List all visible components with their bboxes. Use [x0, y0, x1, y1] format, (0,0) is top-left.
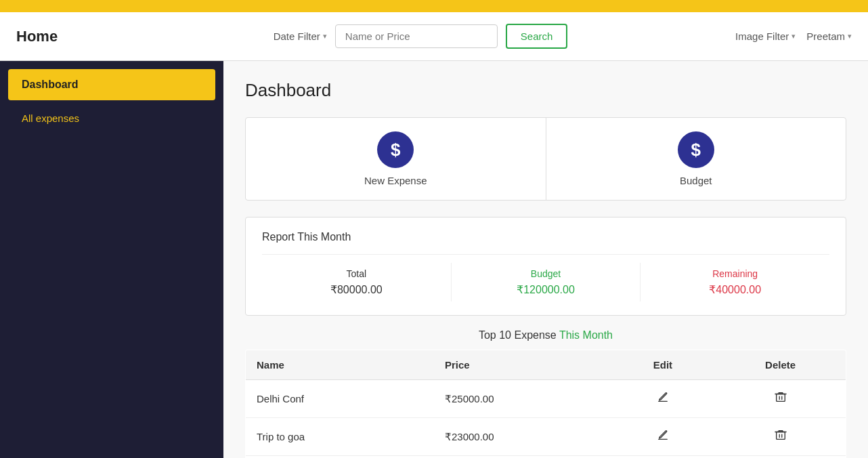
cell-name: Delhi Conf: [246, 380, 434, 418]
action-cards: $ New Expense $ Budget: [245, 117, 846, 201]
table-row: Trip to goa₹23000.00: [246, 418, 846, 456]
search-button[interactable]: Search: [506, 24, 568, 49]
report-title: Report This Month: [262, 231, 829, 243]
delete-button[interactable]: [771, 428, 791, 446]
cell-name: Refrigerator: [246, 456, 434, 459]
cell-price: ₹22000.00: [434, 456, 611, 459]
new-expense-icon: $: [377, 131, 414, 168]
budget-icon: $: [678, 131, 714, 168]
cell-name: Trip to goa: [246, 418, 434, 456]
user-chevron: ▾: [848, 32, 852, 41]
new-expense-card[interactable]: $ New Expense: [246, 118, 546, 200]
top10-heading: Top 10 Expense This Month: [245, 329, 846, 341]
cell-delete: [715, 380, 846, 418]
user-name: Preetam: [806, 30, 845, 42]
date-filter-button[interactable]: Date Filter ▾: [274, 30, 327, 42]
total-label: Total: [262, 268, 451, 279]
report-budget: Budget ₹120000.00: [451, 263, 641, 301]
image-filter-label: Image Filter: [735, 30, 789, 42]
header-right: Image Filter ▾ Preetam ▾: [703, 30, 852, 42]
date-filter-label: Date Filter: [274, 30, 320, 42]
table-header-row: Name Price Edit Delete: [246, 350, 846, 380]
top10-prefix: Top 10 Expense: [479, 329, 559, 341]
brand-name: Home: [16, 28, 138, 45]
table-row: Delhi Conf₹25000.00: [246, 380, 846, 418]
edit-button[interactable]: [653, 428, 673, 446]
image-filter-button[interactable]: Image Filter ▾: [735, 30, 796, 42]
delete-button[interactable]: [771, 390, 791, 408]
budget-label: Budget: [680, 175, 712, 186]
top10-highlight: This Month: [559, 329, 613, 341]
cell-edit: [611, 456, 716, 459]
sidebar: Dashboard All expenses: [0, 61, 223, 458]
cell-price: ₹23000.00: [434, 418, 611, 456]
cell-edit: [611, 418, 716, 456]
sidebar-item-dashboard[interactable]: Dashboard: [8, 69, 215, 100]
date-filter-chevron: ▾: [323, 32, 327, 41]
budget-label-report: Budget: [452, 268, 641, 279]
svg-rect-0: [776, 394, 785, 402]
sidebar-item-all-expenses[interactable]: All expenses: [8, 106, 215, 131]
svg-rect-1: [776, 432, 785, 440]
header: Home Date Filter ▾ Search Image Filter ▾…: [0, 12, 868, 61]
main-content: Dashboard $ New Expense $ Budget Report …: [223, 61, 868, 458]
edit-button[interactable]: [653, 390, 673, 408]
col-header-edit: Edit: [611, 350, 716, 380]
cell-delete: [715, 456, 846, 459]
expense-table: Name Price Edit Delete Delhi Conf₹25000.…: [245, 350, 846, 458]
table-header: Name Price Edit Delete: [246, 350, 846, 380]
page-title: Dashboard: [245, 80, 846, 101]
table-row: Refrigerator₹22000.00: [246, 456, 846, 459]
budget-value: ₹120000.00: [452, 283, 641, 296]
remaining-label: Remaining: [641, 268, 829, 279]
table-body: Delhi Conf₹25000.00Trip to goa₹23000.00R…: [246, 380, 846, 459]
search-input[interactable]: [335, 24, 498, 48]
cell-delete: [715, 418, 846, 456]
remaining-value: ₹40000.00: [641, 283, 829, 296]
total-value: ₹80000.00: [262, 283, 451, 296]
col-header-name: Name: [246, 350, 434, 380]
cell-edit: [611, 380, 716, 418]
report-box: Report This Month Total ₹80000.00 Budget…: [245, 217, 846, 316]
layout: Dashboard All expenses Dashboard $ New E…: [0, 61, 868, 458]
report-total: Total ₹80000.00: [262, 263, 451, 301]
report-remaining: Remaining ₹40000.00: [640, 263, 829, 301]
user-menu-button[interactable]: Preetam ▾: [806, 30, 852, 42]
header-center: Date Filter ▾ Search: [138, 24, 703, 49]
image-filter-chevron: ▾: [791, 32, 796, 41]
budget-card[interactable]: $ Budget: [546, 118, 846, 200]
new-expense-label: New Expense: [364, 175, 427, 186]
col-header-price: Price: [434, 350, 611, 380]
cell-price: ₹25000.00: [434, 380, 611, 418]
top-yellow-bar: [0, 0, 868, 12]
col-header-delete: Delete: [715, 350, 846, 380]
report-row: Total ₹80000.00 Budget ₹120000.00 Remain…: [262, 254, 829, 301]
